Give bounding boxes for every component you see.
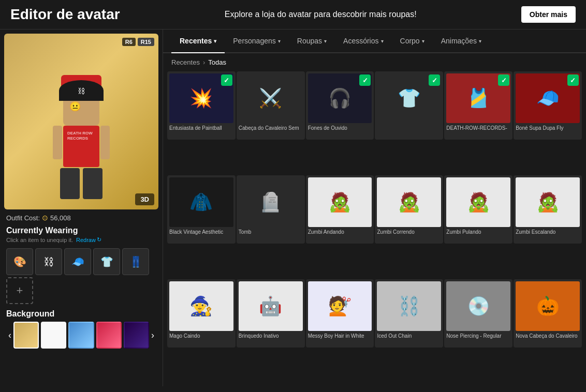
grid-item-2[interactable]: 🎧Fones de Ouvido✓ — [306, 71, 374, 140]
grid-item-1[interactable]: ⚔️Cabeça do Cavaleiro Sem — [237, 71, 305, 140]
item-thumbnail: ⚔️ — [239, 73, 303, 123]
currently-wearing-subtitle: Click an item to unequip it. Redraw ↻ — [4, 236, 158, 246]
item-name: Black Vintage Aesthetic — [169, 229, 233, 242]
check-badge: ✓ — [429, 74, 440, 86]
item-name: Nova Cabeça do Cavaleiro — [516, 333, 580, 345]
item-thumbnail: 💇 — [308, 281, 372, 331]
main-layout: R6 R15 😐 ⛓ DEATH ROWRECOR — [0, 29, 586, 386]
tab-recentes[interactable]: Recentes ▾ — [171, 29, 225, 53]
item-name: Mago Caindo — [169, 333, 233, 345]
right-panel: Recentes ▾ Personagens ▾ Roupas ▾ Acessó… — [163, 29, 586, 386]
item-name — [377, 125, 441, 138]
check-badge: ✓ — [567, 74, 579, 86]
item-thumbnail: 🎃 — [516, 281, 580, 331]
chevron-down-icon: ▾ — [214, 38, 216, 44]
grid-item-15[interactable]: ⛓️Iced Out Chain — [375, 279, 443, 348]
check-badge: ✓ — [359, 74, 371, 86]
avatar-right-leg — [83, 168, 102, 199]
page-title: Editor de avatar — [10, 6, 120, 23]
bg-item-white[interactable] — [41, 322, 66, 349]
coin-icon: ⊙ — [42, 214, 48, 222]
item-thumbnail: 🪦 — [239, 177, 303, 227]
avatar-preview: R6 R15 😐 ⛓ DEATH ROWRECOR — [4, 34, 158, 209]
item-thumbnail: 🧙 — [169, 281, 233, 331]
chain-decoration: ⛓ — [78, 87, 85, 95]
item-name: Tomb — [239, 229, 303, 242]
item-name: Zumbi Andando — [308, 229, 372, 242]
grid-item-17[interactable]: 🎃Nova Cabeça do Cavaleiro — [514, 279, 582, 348]
grid-item-6[interactable]: 🧥Black Vintage Aesthetic — [167, 175, 236, 244]
grid-item-8[interactable]: 🧟Zumbi Andando — [306, 175, 374, 244]
badge-r15: R15 — [138, 38, 154, 46]
background-section: Background ‹ › — [4, 306, 158, 351]
breadcrumb-current: Todas — [208, 58, 226, 66]
bg-items — [13, 322, 149, 349]
outfit-cost-value: 56,008 — [50, 214, 71, 222]
item-name: Iced Out Chain — [377, 333, 441, 345]
top-banner: Editor de avatar Explore a loja do avata… — [0, 0, 586, 29]
item-name: Fones de Ouvido — [308, 125, 372, 138]
banner-text: Explore a loja do avatar para descobrir … — [225, 10, 417, 19]
tab-personagens[interactable]: Personagens ▾ — [225, 29, 289, 53]
get-more-button[interactable]: Obter mais — [521, 6, 576, 23]
tab-roupas[interactable]: Roupas ▾ — [289, 29, 335, 53]
item-thumbnail: ⛓️ — [377, 281, 441, 331]
wearing-item-2[interactable]: ⛓ — [35, 248, 62, 275]
bg-item-red[interactable] — [96, 322, 122, 349]
wearing-item-3[interactable]: 🧢 — [64, 248, 91, 275]
chevron-down-icon: ▾ — [324, 38, 327, 44]
grid-item-14[interactable]: 💇Messy Boy Hair in White — [306, 279, 374, 348]
background-title: Background — [6, 309, 156, 319]
grid-item-9[interactable]: 🧟Zumbi Correndo — [375, 175, 443, 244]
item-name: DEATH-ROW-RECORDS- — [446, 125, 510, 138]
refresh-icon: ↻ — [97, 236, 101, 243]
tab-corpo[interactable]: Corpo ▾ — [392, 29, 433, 53]
avatar-face: 😐 — [69, 101, 81, 112]
bg-next-button[interactable]: › — [149, 330, 156, 341]
tab-animacoes[interactable]: Animações ▾ — [433, 29, 490, 53]
grid-item-3[interactable]: 👕✓ — [375, 71, 443, 140]
breadcrumb-separator: › — [203, 58, 205, 66]
avatar-left-arm — [53, 126, 62, 159]
grid-item-13[interactable]: 🤖Brinquedo Inativo — [237, 279, 305, 348]
item-name: Cabeça do Cavaleiro Sem — [239, 125, 303, 138]
badge-r6: R6 — [122, 38, 136, 46]
grid-item-16[interactable]: 💿Nose Piercing - Regular — [444, 279, 512, 348]
avatar-legs — [53, 168, 110, 199]
check-badge: ✓ — [221, 74, 232, 86]
wearing-item-1[interactable]: 🎨 — [6, 248, 33, 275]
item-thumbnail: 🧟 — [516, 177, 580, 227]
breadcrumb-parent[interactable]: Recentes — [171, 58, 200, 66]
grid-item-12[interactable]: 🧙Mago Caindo — [167, 279, 236, 348]
items-grid: 💥Entusiasta de Paintball✓⚔️Cabeça do Cav… — [163, 71, 586, 386]
grid-item-5[interactable]: 🧢Boné Supa Dupa Fly✓ — [514, 71, 582, 140]
grid-item-4[interactable]: 🎽DEATH-ROW-RECORDS-✓ — [444, 71, 512, 140]
redraw-button[interactable]: Redraw ↻ — [76, 236, 101, 243]
grid-item-0[interactable]: 💥Entusiasta de Paintball✓ — [167, 71, 236, 140]
item-name: Nose Piercing - Regular — [446, 333, 510, 345]
avatar-head: 😐 ⛓ — [63, 89, 99, 126]
item-name: Zumbi Pulando — [446, 229, 510, 242]
item-name: Entusiasta de Paintball — [169, 125, 233, 138]
bg-item-blue[interactable] — [68, 322, 94, 349]
wearing-item-5[interactable]: 👖 — [122, 248, 149, 275]
item-thumbnail: 🧟 — [308, 177, 372, 227]
left-panel: R6 R15 😐 ⛓ DEATH ROWRECOR — [0, 29, 163, 386]
tab-acessorios[interactable]: Acessórios ▾ — [335, 29, 391, 53]
item-name: Brinquedo Inativo — [239, 333, 303, 345]
wearing-item-4[interactable]: 👕 — [93, 248, 120, 275]
bg-prev-button[interactable]: ‹ — [6, 330, 13, 341]
bg-item-purple[interactable] — [124, 322, 149, 349]
currently-wearing-title: Currently Wearing — [4, 224, 158, 236]
nav-tabs: Recentes ▾ Personagens ▾ Roupas ▾ Acessó… — [163, 29, 586, 53]
avatar-right-arm — [100, 126, 110, 159]
avatar-torso: DEATH ROWRECORDS — [63, 126, 99, 167]
bg-item-gold[interactable] — [13, 322, 39, 349]
grid-item-7[interactable]: 🪦Tomb — [237, 175, 305, 244]
avatar-badges: R6 R15 — [122, 38, 154, 46]
add-wearing-item[interactable]: + — [6, 277, 33, 304]
item-name: Zumbi Escalando — [516, 229, 580, 242]
avatar-left-leg — [60, 168, 80, 199]
grid-item-10[interactable]: 🧟Zumbi Pulando — [444, 175, 512, 244]
grid-item-11[interactable]: 🧟Zumbi Escalando — [514, 175, 582, 244]
